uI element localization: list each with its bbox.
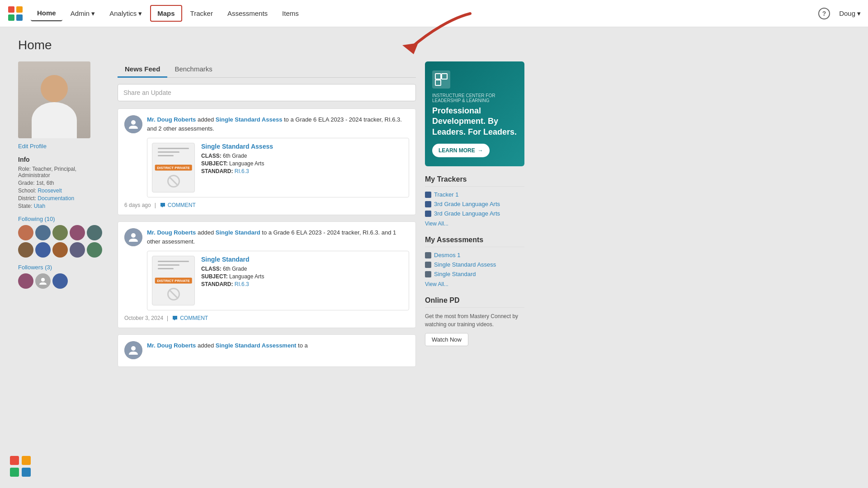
nav-maps[interactable]: Maps (150, 5, 182, 22)
feed-item-link[interactable]: Single Standard Assessment (216, 342, 297, 349)
assessment-item[interactable]: Single Standard Assess (425, 261, 524, 268)
follower-avatar (18, 273, 33, 289)
feed-item-header: Mr. Doug Roberts added Single Standard t… (124, 228, 409, 246)
share-update-input[interactable]: Share an Update (118, 84, 416, 101)
svg-rect-10 (442, 74, 447, 79)
comment-button[interactable]: COMMENT (172, 315, 208, 321)
feed-author-link[interactable]: Mr. Doug Roberts (147, 116, 196, 123)
followers-link[interactable]: Followers (3) (18, 264, 108, 271)
tracker-icon (425, 192, 431, 198)
following-link[interactable]: Following (10) (18, 216, 108, 222)
info-grade: Grade: 1st, 6th (18, 180, 108, 186)
feed-card-info: Single Standard Assess CLASS: 6th Grade … (201, 143, 273, 192)
svg-rect-0 (8, 6, 14, 13)
assessment-title-link[interactable]: Single Standard Assess (201, 143, 273, 150)
nav-home[interactable]: Home (31, 5, 62, 21)
feed-item-header: Mr. Doug Roberts added Single Standard A… (124, 115, 409, 133)
feed-card: DISTRICT PRIVATE Single Standard Assess … (147, 138, 409, 197)
info-district: District: Documentation (18, 195, 108, 202)
feed-card: DISTRICT PRIVATE Single Standard CLASS: … (147, 251, 409, 310)
tracker-item[interactable]: 3rd Grade Language Arts (425, 201, 524, 207)
main-layout: Edit Profile Info Role: Teacher, Princip… (18, 61, 524, 373)
district-link[interactable]: Documentation (38, 195, 74, 202)
help-button[interactable]: ? (818, 8, 830, 19)
promo-title: Professional Development. By Leaders. Fo… (432, 106, 517, 137)
user-menu[interactable]: Doug ▾ (839, 9, 861, 18)
card-subject: SUBJECT: Language Arts (201, 160, 273, 167)
card-class: CLASS: 6th Grade (201, 266, 264, 272)
assessment-thumbnail: DISTRICT PRIVATE (152, 143, 195, 192)
feed-item-link[interactable]: Single Standard Assess (216, 116, 283, 123)
feed-item: Mr. Doug Roberts added Single Standard A… (118, 334, 416, 367)
card-subject: SUBJECT: Language Arts (201, 273, 264, 280)
standard-link[interactable]: RI.6.3 (235, 281, 249, 287)
card-standard: STANDARD: RI.6.3 (201, 281, 264, 287)
assessment-item[interactable]: Desmos 1 (425, 252, 524, 258)
assessment-title-link[interactable]: Single Standard (201, 256, 264, 263)
tab-news-feed[interactable]: News Feed (118, 61, 167, 78)
navbar: Home Admin ▾ Analytics ▾ Maps Tracker As… (0, 0, 868, 27)
follower-avatar (52, 242, 68, 258)
my-trackers-title: My Trackers (425, 175, 524, 187)
page-title: Home (18, 38, 524, 52)
feed-author-link[interactable]: Mr. Doug Roberts (147, 229, 196, 236)
feed-item-text: Mr. Doug Roberts added Single Standard A… (147, 115, 409, 133)
nav-items[interactable]: Items (276, 6, 305, 21)
no-access-icon (167, 175, 180, 188)
tab-benchmarks[interactable]: Benchmarks (167, 61, 219, 78)
follower-avatar (35, 242, 51, 258)
nav-admin[interactable]: Admin ▾ (64, 6, 102, 21)
follower-avatar (52, 225, 68, 240)
promo-logo (432, 70, 450, 89)
nav-right: ? Doug ▾ (818, 8, 861, 19)
follower-avatar (70, 242, 85, 258)
feed-item: Mr. Doug Roberts added Single Standard t… (118, 221, 416, 328)
promo-subtitle: Instructure Center for Leadership & Lear… (432, 93, 517, 103)
my-assessments-section: My Assessments Desmos 1 Single Standard … (425, 236, 524, 287)
follower-avatar (35, 225, 51, 240)
svg-point-8 (131, 346, 136, 351)
follower-avatar (18, 225, 33, 240)
assessments-view-all[interactable]: View All... (425, 281, 448, 287)
nav-analytics[interactable]: Analytics ▾ (103, 6, 148, 21)
edit-profile-link[interactable]: Edit Profile (18, 143, 108, 150)
info-section: Info Role: Teacher, Principal, Administr… (18, 156, 108, 209)
trackers-view-all[interactable]: View All... (425, 221, 448, 227)
card-standard: STANDARD: RI.6.3 (201, 168, 273, 174)
right-sidebar: Instructure Center for Leadership & Lear… (425, 61, 524, 355)
state-link[interactable]: Utah (34, 203, 45, 209)
assessment-icon (425, 271, 431, 277)
svg-rect-11 (435, 80, 441, 85)
tracker-item[interactable]: Tracker 1 (425, 191, 524, 198)
feed-item-text: Mr. Doug Roberts added Single Standard t… (147, 228, 409, 246)
district-private-badge: DISTRICT PRIVATE (155, 278, 192, 284)
svg-rect-3 (16, 14, 23, 21)
feed-author-link[interactable]: Mr. Doug Roberts (147, 342, 196, 349)
profile-photo (18, 61, 90, 138)
feed-item-link[interactable]: Single Standard (216, 229, 260, 236)
tracker-icon (425, 201, 431, 207)
promo-banner: Instructure Center for Leadership & Lear… (425, 61, 524, 166)
svg-point-5 (41, 278, 45, 282)
left-sidebar: Edit Profile Info Role: Teacher, Princip… (18, 61, 108, 295)
nav-assessments[interactable]: Assessments (221, 6, 274, 21)
tracker-icon (425, 211, 431, 217)
online-pd-title: Online PD (425, 296, 524, 308)
promo-learn-more-button[interactable]: LEARN MORE → (432, 144, 490, 157)
svg-point-6 (131, 120, 136, 125)
app-logo[interactable] (7, 5, 24, 22)
school-link[interactable]: Roosevelt (38, 188, 61, 194)
feed-timestamp: 6 days ago (124, 202, 151, 208)
assessment-icon (425, 252, 431, 258)
watch-now-button[interactable]: Watch Now (425, 333, 468, 346)
svg-rect-1 (16, 6, 23, 13)
no-access-icon (167, 288, 180, 300)
follower-avatar (70, 225, 85, 240)
follower-avatar (18, 242, 33, 258)
assessment-item[interactable]: Single Standard (425, 271, 524, 277)
district-private-badge: DISTRICT PRIVATE (155, 165, 192, 171)
nav-tracker[interactable]: Tracker (184, 6, 219, 21)
tracker-item[interactable]: 3rd Grade Language Arts (425, 210, 524, 217)
standard-link[interactable]: RI.6.3 (235, 168, 249, 174)
comment-button[interactable]: COMMENT (160, 202, 196, 208)
